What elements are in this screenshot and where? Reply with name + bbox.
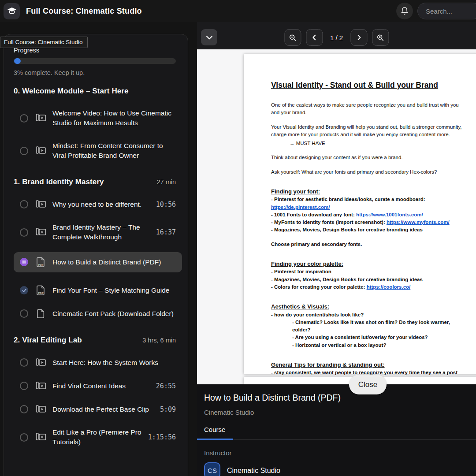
tab-course[interactable]: Course	[197, 426, 233, 440]
zoom-out-button[interactable]	[284, 29, 301, 46]
pause-icon[interactable]	[20, 258, 28, 266]
doc-line: - Magazines, Movies, Design Books for cr…	[271, 276, 463, 283]
check-icon[interactable]	[20, 286, 28, 294]
video-icon	[36, 432, 46, 443]
video-icon	[36, 113, 46, 123]
lesson-item[interactable]: Edit Like a Pro (Premiere Pro Tutorials)…	[14, 428, 176, 447]
lesson-checkbox[interactable]	[20, 433, 28, 442]
tab-row: Course	[197, 426, 476, 440]
doc-line: - Horizontal or vertical or a box layout…	[292, 342, 463, 349]
pdf-file-icon: PDF	[36, 285, 46, 296]
top-bar: Full Course: Cinematic Studio	[0, 0, 476, 22]
doc-line: Think about designing your content as if…	[271, 154, 463, 161]
progress-bar	[14, 58, 176, 64]
lesson-label: Brand Identity Mastery – The Complete Wa…	[52, 223, 151, 242]
close-button[interactable]: Close	[349, 375, 387, 394]
lesson-item[interactable]: Start Here: How the System Works	[14, 357, 176, 368]
instructor-row[interactable]: CS Cinematic Studio	[204, 462, 476, 476]
lesson-subtitle: Cinematic Studio	[204, 409, 476, 416]
doc-link[interactable]: https://coolors.co/	[367, 284, 411, 290]
lesson-checkbox[interactable]	[20, 114, 28, 123]
lesson-label: Start Here: How the System Works	[52, 358, 176, 368]
doc-line: - Pinterest for inspiration	[271, 268, 463, 275]
doc-line: Your Visual Identity and Branding will h…	[271, 123, 463, 139]
module-duration: 27 min	[156, 178, 176, 186]
lesson-details-panel: How to Build a Distinct Brand (PDF) Cine…	[197, 384, 476, 476]
module-duration: 3 hrs, 6 min	[142, 337, 176, 344]
lesson-item[interactable]: PDFFind Your Font – Style Matching Guide	[14, 285, 176, 296]
doc-link[interactable]: https://www.myfonts.com/	[387, 219, 450, 225]
module-title: 0. Welcome Module – Start Here	[14, 87, 129, 96]
chevron-right-icon	[355, 33, 363, 41]
doc-line: - 1001 Fonts to download any font: https…	[271, 211, 463, 219]
lesson-checkbox[interactable]	[20, 309, 28, 318]
notifications-button[interactable]	[396, 3, 413, 19]
app-logo[interactable]	[4, 3, 20, 19]
lesson-item[interactable]: Download the Perfect Base Clip5:09	[14, 404, 176, 415]
lesson-checkbox[interactable]	[20, 382, 28, 390]
lesson-item[interactable]: Find Viral Content Ideas26:55	[14, 381, 176, 391]
page-indicator: 1 / 2	[330, 34, 343, 41]
lesson-item[interactable]: Mindset: From Content Consumer to Viral …	[14, 141, 176, 161]
graduation-cap-icon	[7, 6, 17, 16]
doc-line: - Magazines, Movies, Design Books for cr…	[271, 226, 463, 234]
module-title: 1. Brand Identity Mastery	[14, 178, 104, 186]
prev-page-button[interactable]	[306, 29, 323, 46]
video-icon	[36, 199, 46, 210]
document-body: One of the easiest ways to make sure peo…	[271, 101, 463, 384]
module-header: 0. Welcome Module – Start Here	[14, 87, 176, 96]
pdf-viewer[interactable]: Visual Identity - Stand out & Build your…	[197, 49, 476, 384]
lesson-label: Download the Perfect Base Clip	[52, 405, 155, 414]
lesson-checkbox[interactable]	[20, 200, 28, 208]
doc-line: → MUST HAVE	[290, 140, 463, 147]
search-input[interactable]	[417, 3, 476, 19]
lesson-item[interactable]: Cinematic Font Pack (Download Folder)	[14, 309, 176, 319]
video-icon	[36, 404, 46, 415]
progress-caption: 3% complete. Keep it up.	[14, 69, 176, 76]
module-header: 2. Viral Editing Lab3 hrs, 6 min	[14, 336, 176, 345]
lesson-duration: 16:37	[156, 228, 176, 236]
doc-line: - Cinematic? Looks like it was shot on f…	[292, 319, 463, 334]
bell-icon	[400, 7, 409, 15]
zoom-in-button[interactable]	[372, 29, 389, 46]
doc-link[interactable]: https://www.1001fonts.com/	[356, 212, 423, 217]
video-icon	[36, 145, 46, 156]
doc-line: - Pinterest for aesthetic brand ideas/lo…	[271, 196, 463, 211]
course-outline-card: Progress 3% complete. Keep it up. 0. Wel…	[4, 34, 188, 476]
chevron-left-icon	[310, 33, 318, 41]
lesson-label: Find Your Font – Style Matching Guide	[52, 286, 176, 295]
next-page-button[interactable]	[350, 29, 367, 46]
document-title: Visual Identity - Stand out & Build your…	[271, 81, 463, 90]
lesson-checkbox[interactable]	[20, 147, 28, 155]
doc-heading: General Tips for branding & standing out…	[271, 361, 463, 369]
lesson-checkbox[interactable]	[20, 405, 28, 413]
chevron-down-icon	[205, 33, 214, 42]
lesson-label: Why you need to be different.	[52, 200, 151, 209]
lesson-checkbox[interactable]	[20, 358, 28, 367]
doc-heading: Finding your font:	[271, 187, 463, 196]
doc-line: One of the easiest ways to make sure peo…	[271, 101, 463, 117]
doc-line: - MyFonts to identity fonts (import scre…	[271, 219, 463, 226]
doc-line: - Colors for creating your color palette…	[271, 283, 463, 291]
lesson-item[interactable]: Why you need to be different.10:56	[14, 199, 176, 210]
collapse-button[interactable]	[201, 29, 217, 45]
lesson-label: Mindset: From Content Consumer to Viral …	[52, 141, 176, 161]
lesson-duration: 10:56	[156, 201, 176, 208]
lesson-item[interactable]: Welcome Video: How to Use Cinematic Stud…	[14, 108, 176, 128]
course-sections: 0. Welcome Module – Start HereWelcome Vi…	[14, 87, 176, 447]
progress-fill	[14, 58, 21, 64]
page-title: Full Course: Cinematic Studio	[26, 7, 142, 16]
instructor-label: Instructor	[204, 449, 476, 457]
doc-line: Choose primary and secondary fonts.	[271, 241, 463, 248]
doc-link[interactable]: https://de.pinterest.com/	[271, 205, 330, 210]
lesson-duration: 1:15:56	[148, 433, 176, 441]
lesson-duration: 26:55	[156, 382, 176, 390]
lesson-checkbox[interactable]	[20, 228, 28, 237]
lesson-title: How to Build a Distinct Brand (PDF)	[204, 393, 476, 403]
course-tooltip: Full Course: Cinematic Studio	[0, 37, 88, 48]
lesson-label: Welcome Video: How to Use Cinematic Stud…	[52, 108, 176, 128]
module-title: 2. Viral Editing Lab	[14, 336, 82, 345]
lesson-item[interactable]: PDFHow to Build a Distinct Brand (PDF)	[14, 252, 182, 272]
lesson-item[interactable]: Brand Identity Mastery – The Complete Wa…	[14, 223, 176, 242]
doc-line: - Are you using a consistent lut/overlay…	[292, 334, 463, 341]
